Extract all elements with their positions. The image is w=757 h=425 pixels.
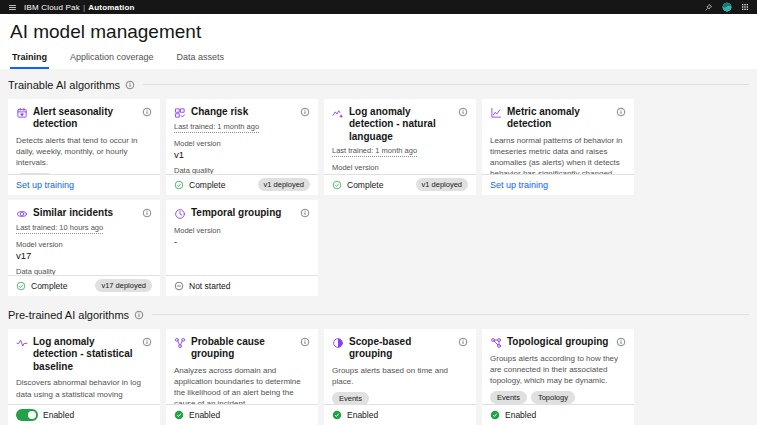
brand-product: Automation <box>88 3 134 12</box>
card-body: Probable cause grouping Analyzes across … <box>166 329 318 404</box>
algorithm-card: Similar incidents Last trained: 10 hours… <box>8 200 160 296</box>
tag-topology: Topology <box>531 391 575 403</box>
footer-status-label: Not started <box>189 281 231 291</box>
info-icon[interactable] <box>300 336 310 347</box>
log-anomaly-nl-icon <box>332 106 344 119</box>
cloud-pak-logo-icon[interactable] <box>722 2 732 12</box>
topbar-actions <box>704 2 749 12</box>
check-filled-icon <box>332 410 342 420</box>
card-footer: Completev1 deployed <box>166 174 318 195</box>
info-icon[interactable] <box>616 336 626 347</box>
info-icon[interactable] <box>458 336 468 347</box>
card-fields: Model versionv1Data qualityNo data <box>332 157 468 174</box>
card-header: Change risk <box>174 106 310 119</box>
algorithm-card: Log anomaly detection - statistical base… <box>8 329 160 425</box>
card-body: Metric anomaly detection Learns normal p… <box>482 99 634 174</box>
calendar-heart-icon <box>16 106 28 119</box>
tab-bar: Training Application coverage Data asset… <box>10 50 747 69</box>
set-up-training-link[interactable]: Set up training <box>490 180 548 190</box>
brand-prefix: IBM Cloud Pak <box>24 3 80 12</box>
section-heading-trainable: Trainable AI algorithms <box>8 79 749 91</box>
tab-data-assets[interactable]: Data assets <box>175 50 227 69</box>
card-fields: Model versionv1Data qualityGood <box>174 133 310 174</box>
card-footer: Completev1 deployed <box>324 174 476 195</box>
enabled-toggle[interactable] <box>16 409 38 421</box>
last-trained-text[interactable]: Last trained: 10 hours ago <box>16 223 103 234</box>
card-body: Similar incidents Last trained: 10 hours… <box>8 200 160 275</box>
last-trained-text[interactable]: Last trained: 1 month ago <box>174 122 259 133</box>
card-fields: Model version- <box>174 220 310 247</box>
set-up-training-link[interactable]: Set up training <box>16 180 74 190</box>
last-trained-text[interactable]: Last trained: 1 month ago <box>332 146 417 157</box>
info-icon[interactable] <box>142 336 152 347</box>
brand-divider: | <box>83 3 85 12</box>
algorithm-card: Temporal grouping Model version- Not sta… <box>166 200 318 296</box>
card-header: Topological grouping <box>490 336 626 349</box>
card-fields: Model versionv17Data qualityGood <box>16 234 152 275</box>
footer-status-label: Enabled <box>189 410 220 420</box>
tab-application-coverage[interactable]: Application coverage <box>68 50 156 69</box>
probable-cause-icon <box>174 336 186 349</box>
info-icon[interactable] <box>125 80 135 90</box>
top-bar: IBM Cloud Pak|Automation <box>0 0 757 14</box>
field-label: Data quality <box>174 166 310 174</box>
card-footer: Completev17 deployed <box>8 275 160 296</box>
check-filled-icon <box>490 410 500 420</box>
algorithm-card: Alert seasonality detection Detects aler… <box>8 99 160 195</box>
tab-training[interactable]: Training <box>10 50 49 69</box>
card-footer: Enabled <box>324 404 476 425</box>
check-outline-icon <box>16 281 26 291</box>
card-tags: EventsTopology <box>490 386 626 403</box>
hamburger-menu-icon[interactable] <box>8 3 17 12</box>
pin-icon[interactable] <box>704 3 713 12</box>
info-icon[interactable] <box>616 106 626 117</box>
algorithm-card: Metric anomaly detection Learns normal p… <box>482 99 634 195</box>
card-header: Temporal grouping <box>174 207 310 220</box>
card-footer: Set up training <box>8 174 160 195</box>
main-content: Trainable AI algorithms Alert seasonalit… <box>0 69 757 425</box>
algorithm-card: Topological grouping Groups alerts accor… <box>482 329 634 425</box>
footer-status-label: Complete <box>347 180 383 190</box>
section-heading-pretrained: Pre-trained AI algorithms <box>8 309 749 321</box>
footer-status-label: Enabled <box>43 410 74 420</box>
info-icon[interactable] <box>300 106 310 117</box>
card-footer: Enabled <box>166 404 318 425</box>
card-title: Similar incidents <box>33 207 137 220</box>
card-footer: Enabled <box>8 404 160 425</box>
card-description: Groups alerts based on time and place. <box>332 365 468 387</box>
info-icon[interactable] <box>300 207 310 218</box>
card-header: Metric anomaly detection <box>490 106 626 131</box>
trainable-card-grid: Alert seasonality detection Detects aler… <box>8 99 749 296</box>
tag-events: Events <box>490 391 527 403</box>
clock-icon <box>174 207 186 220</box>
field-label: Model version <box>174 139 310 148</box>
deployed-version-pill: v1 deployed <box>416 178 468 191</box>
card-description: Groups alerts according to how they are … <box>490 353 626 387</box>
card-title: Log anomaly detection - natural language <box>349 106 453 144</box>
info-icon[interactable] <box>458 106 468 117</box>
topology-grouping-icon <box>490 336 502 349</box>
card-title: Alert seasonality detection <box>33 106 137 131</box>
card-body: Topological grouping Groups alerts accor… <box>482 329 634 404</box>
deployed-version-pill: v1 deployed <box>258 178 310 191</box>
page-title: AI model management <box>10 21 747 43</box>
card-header: Scope-based grouping <box>332 336 468 361</box>
app-switcher-icon[interactable] <box>741 3 749 11</box>
card-tags: Events <box>332 387 468 404</box>
field-value: v1 <box>174 149 310 160</box>
footer-status-label: Enabled <box>505 410 536 420</box>
field-label: Model version <box>332 163 468 172</box>
card-title: Metric anomaly detection <box>507 106 611 131</box>
field-value: v17 <box>16 250 152 261</box>
card-footer: Enabled <box>482 404 634 425</box>
divider <box>152 314 749 315</box>
section-title: Trainable AI algorithms <box>8 79 120 91</box>
card-body: Log anomaly detection - statistical base… <box>8 329 160 404</box>
card-description: Analyzes across domain and application b… <box>174 365 310 404</box>
footer-status-label: Complete <box>189 180 225 190</box>
similar-incidents-icon <box>16 207 28 220</box>
card-title: Topological grouping <box>507 336 611 349</box>
info-icon[interactable] <box>142 207 152 218</box>
info-icon[interactable] <box>134 310 144 320</box>
info-icon[interactable] <box>142 106 152 117</box>
